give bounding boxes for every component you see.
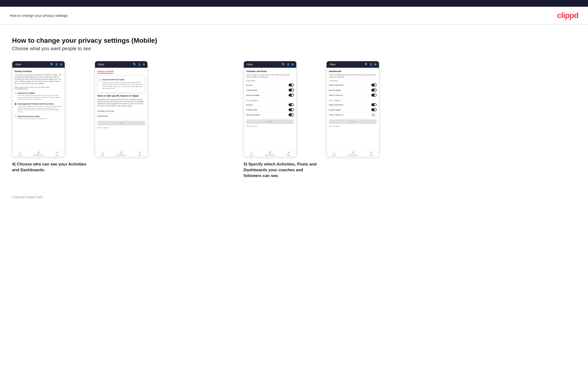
screen4-followers-work-on-label: What To Work On (329, 114, 343, 116)
screen3-followers-practice: Practice Drills (246, 107, 294, 112)
screen2-content: Privacy Controls Only You and Your Coach… (95, 68, 147, 149)
screen3-coaches-rounds-toggle[interactable] (289, 83, 294, 86)
screen3-coaches-manual-toggle[interactable] (289, 94, 294, 97)
screen4-coaches-round-insights-toggle[interactable] (371, 89, 377, 92)
screen1-subsection: Who Can See Your Activities and Dashboar… (15, 86, 62, 90)
screen3-tab-menu-label: Menu (287, 154, 290, 156)
popup-radio-circle (99, 79, 101, 81)
settings-icon-4[interactable]: ⚙ (374, 63, 377, 66)
screen3-coaches-practice-toggle[interactable] (289, 89, 294, 92)
radio-circle-approved (15, 103, 17, 105)
show-hide-desc: Regardless of the privacy controls that … (97, 98, 145, 107)
screen4-tab-performance-label: My Performance (348, 154, 358, 156)
screen4-coaches-player-label: Player Dashboard (329, 84, 343, 86)
screen4-coaches-label: COACHES (329, 80, 377, 82)
screen3-nav-icons: 🔍 👤 ⚙ (282, 63, 294, 66)
screen4-mockup: ‹ Back 🔍 👤 ⚙ Dashboards Select the dashb… (326, 61, 379, 157)
screen1-tab-menu[interactable]: ≡ Menu (55, 151, 59, 156)
screen3-coaches-manual: Manual Activities (246, 93, 294, 98)
screen2-tab-performance[interactable]: 📈 My Performance (116, 151, 126, 156)
profile-icon-2[interactable]: 👤 (138, 63, 141, 66)
screen3-followers-practice-toggle[interactable] (289, 108, 294, 111)
screen3-tab-performance[interactable]: 📈 My Performance (265, 151, 275, 156)
screen2-tab-home[interactable]: ⌂ Home (101, 151, 105, 156)
screen4-followers-player: Player Dashboard (329, 102, 377, 107)
screen1-tab-performance-label: My Performance (34, 154, 43, 156)
screen3-followers-rounds: Rounds (246, 102, 294, 107)
screen2-nav-icons: 🔍 👤 ⚙ (133, 63, 145, 66)
screenshots-row: ‹ Back 🔍 👤 ⚙ Privacy Controls Control ho… (12, 61, 576, 178)
menu-icon-4: ≡ (370, 151, 372, 154)
search-icon-2[interactable]: 🔍 (133, 63, 136, 66)
screen4-tab-performance[interactable]: 📈 My Performance (348, 151, 358, 156)
home-icon-2: ⌂ (102, 151, 104, 154)
home-icon: ⌂ (19, 151, 21, 154)
popup-radio[interactable]: Only You and Your Coach Only you and the… (99, 77, 143, 91)
screen1-nav-icons: 🔍 👤 ⚙ (50, 63, 62, 66)
profile-icon[interactable]: 👤 (55, 63, 59, 66)
screen4-nav: ‹ Back 🔍 👤 ⚙ (327, 61, 379, 68)
profile-icon-3[interactable]: 👤 (287, 63, 290, 66)
radio-desc-approved: Only approved followers and coaches you … (18, 105, 62, 113)
screen3-followers-label: FOLLOWERS (246, 100, 294, 101)
screen4-followers-label: FOLLOWERS (329, 100, 377, 101)
screen1-tab-menu-label: Menu (55, 154, 59, 156)
settings-icon-3[interactable]: ⚙ (292, 63, 294, 66)
radio-everyone[interactable]: Everyone on Clippd Everyone on Clippd ca… (15, 91, 62, 101)
screen4-back[interactable]: ‹ Back (329, 63, 336, 66)
screen2-save-button[interactable]: Save (97, 121, 145, 125)
screen4-content: Dashboards Select the dashboards that yo… (327, 68, 379, 149)
search-icon[interactable]: 🔍 (50, 63, 54, 66)
screen3-save-button[interactable]: Save (246, 119, 294, 124)
chevron-right-1: › (144, 110, 145, 112)
screen3-coaches-practice-label: Practice Drills (246, 89, 257, 91)
screen1-tab-performance[interactable]: 📈 My Performance (34, 151, 43, 156)
screen3-followers-manual: Manual Activities (246, 112, 294, 117)
search-icon-3[interactable]: 🔍 (282, 63, 285, 66)
screen4-coaches-work-on-toggle[interactable] (371, 94, 377, 97)
page-heading: How to change your privacy settings (Mob… (12, 37, 576, 44)
screen2-back[interactable]: ‹ Back (97, 63, 104, 66)
screen3-followers-manual-toggle[interactable] (289, 113, 294, 116)
screen3-followers-rounds-toggle[interactable] (289, 103, 294, 106)
screen3-tab-home[interactable]: ⌂ Home (250, 151, 253, 156)
performance-icon-2: 📈 (120, 151, 123, 154)
dashboards-row[interactable]: Dashboards › (97, 114, 145, 119)
screen4-save-button[interactable]: Save (329, 119, 377, 124)
screen3-tab-menu[interactable]: ≡ Menu (287, 151, 290, 156)
activities-posts-row[interactable]: Activities and Posts › (97, 109, 145, 114)
screen4-coaches-player-toggle[interactable] (371, 83, 377, 86)
screen2-bottom-bar: ⌂ Home 📈 My Performance ≡ Menu (95, 149, 147, 157)
screen4-help: Help & Support (329, 125, 377, 127)
screen3-back[interactable]: ‹ Back (246, 63, 253, 66)
radio-coach-only[interactable]: Only You and Your Coach Only you and the… (15, 114, 62, 121)
footer: Copyright Clippd 2022 (0, 188, 588, 206)
screen2-tab-menu[interactable]: ≡ Menu (138, 151, 141, 156)
screen1-nav: ‹ Back 🔍 👤 ⚙ (12, 61, 65, 68)
header: How to change your privacy settings clip… (0, 7, 588, 25)
screen3-nav: ‹ Back 🔍 👤 ⚙ (244, 61, 296, 68)
logo: clippd (557, 11, 578, 20)
activities-posts-label: Activities and Posts (97, 110, 114, 112)
screen4-section-title: Dashboards (329, 70, 377, 73)
search-icon-4[interactable]: 🔍 (364, 63, 368, 66)
screen4-followers-player-toggle[interactable] (371, 103, 377, 106)
performance-icon-3: 📈 (268, 151, 272, 154)
screen4-followers-work-on-toggle[interactable] (371, 113, 377, 116)
screen4-tab-home[interactable]: ⌂ Home (333, 151, 336, 156)
profile-icon-4[interactable]: 👤 (369, 63, 373, 66)
screen4-followers-round-insights-toggle[interactable] (371, 108, 377, 111)
settings-icon[interactable]: ⚙ (60, 63, 62, 66)
screen3-help: Help & Support (246, 125, 294, 127)
radio-approved[interactable]: Only Approved Followers and Your Coach O… (15, 102, 62, 114)
screen1-content: Privacy Controls Control how you and you… (12, 68, 65, 149)
header-title: How to change your privacy settings (10, 13, 68, 17)
screen1-back[interactable]: ‹ Back (15, 63, 21, 66)
screen4-tab-menu[interactable]: ≡ Menu (370, 151, 373, 156)
screen3-coaches-label: COACHES (246, 80, 294, 82)
screen4-coaches-work-on: What To Work On (329, 93, 377, 98)
settings-icon-2[interactable]: ⚙ (143, 63, 145, 66)
privacy-tab[interactable]: Privacy Controls (97, 70, 114, 74)
screen1-tab-home[interactable]: ⌂ Home (18, 151, 22, 156)
screen3-coaches-rounds-label: Rounds (246, 84, 252, 86)
